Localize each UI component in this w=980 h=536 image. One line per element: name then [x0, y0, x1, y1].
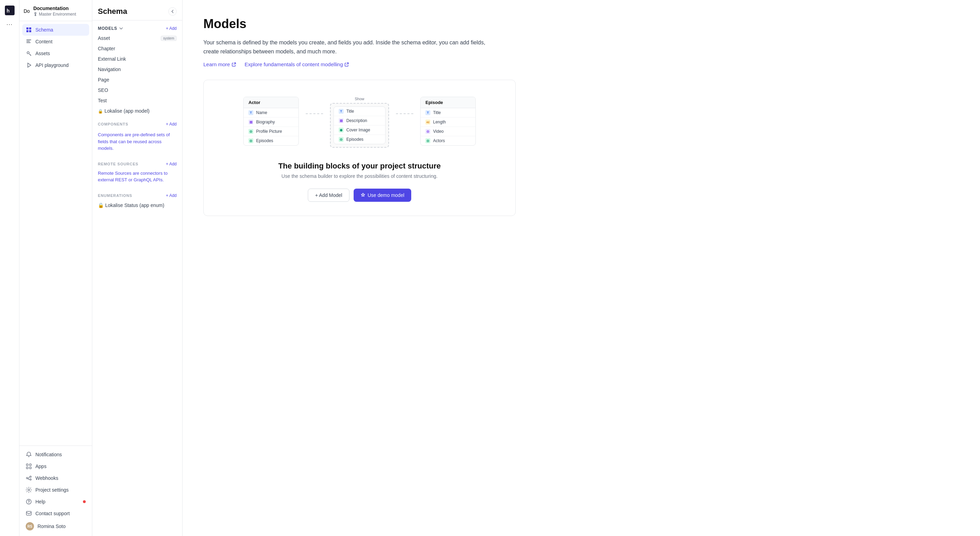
show-model-card: T Title ▤ Description ◉ Cover Image ◎ [334, 106, 385, 144]
explore-link[interactable]: Explore fundamentals of content modellin… [245, 61, 350, 67]
field-label: Actors [433, 138, 445, 143]
sidebar-item-assets[interactable]: Assets [22, 48, 89, 59]
sidebar-item-help[interactable]: Help [22, 496, 89, 507]
add-component-button[interactable]: + Add [166, 122, 177, 127]
episode-model-card: Episode T Title 42 Length ◎ Video ◎ Acto… [420, 97, 476, 146]
rel-field-icon: ◎ [339, 137, 344, 142]
show-field-episodes: ◎ Episodes [334, 135, 385, 144]
help-badge [83, 500, 86, 503]
connector-right [396, 97, 413, 114]
actor-model-header: Actor [243, 97, 298, 108]
rich-field-icon: ◎ [425, 129, 430, 134]
external-link-icon [344, 62, 349, 67]
sidebar-item-label: Content [35, 39, 52, 44]
more-options-dots[interactable]: ··· [6, 21, 13, 28]
show-field-title: T Title [334, 107, 385, 116]
connector-line [306, 113, 323, 114]
model-name: External Link [98, 56, 126, 62]
explore-label: Explore fundamentals of content modellin… [245, 61, 343, 67]
sidebar-item-label: Schema [35, 27, 53, 33]
environment-row: Master Environment [33, 12, 76, 17]
link-row: Learn more Explore fundamentals of conte… [204, 61, 959, 67]
components-desc-text: Components are pre-defined sets of field… [98, 132, 177, 152]
sidebar-item-webhooks[interactable]: Webhooks [22, 472, 89, 484]
contact-icon [26, 511, 32, 517]
episode-field-video: ◎ Video [421, 127, 476, 136]
sidebar-item-apps[interactable]: Apps [22, 460, 89, 472]
sidebar-item-label: Contact support [35, 511, 70, 516]
show-field-cover-image: ◉ Cover Image [334, 125, 385, 135]
model-navigation[interactable]: Navigation [92, 64, 182, 75]
model-seo[interactable]: SEO [92, 85, 182, 95]
connector-left [306, 97, 323, 114]
enumerations-label: ENUMERATIONS [98, 193, 132, 198]
num-field-icon: 42 [425, 120, 430, 124]
schema-title: Schema [98, 7, 127, 16]
field-label: Title [346, 109, 354, 114]
svg-point-8 [27, 52, 29, 54]
model-test[interactable]: Test [92, 95, 182, 106]
project-badge: Do [24, 8, 30, 14]
sidebar-item-label: Help [35, 499, 45, 504]
project-info: Do Documentation Master Environment [19, 0, 92, 21]
image-field-icon: ◉ [339, 128, 344, 132]
demo-actions: + Add Model Use demo model [220, 189, 499, 202]
actor-field-profile-picture: ◎ Profile Picture [243, 127, 298, 136]
collapse-sidebar-button[interactable] [168, 7, 177, 16]
svg-rect-11 [30, 464, 31, 466]
sidebar-item-content[interactable]: Content [22, 36, 89, 48]
episode-field-length: 42 Length [421, 117, 476, 127]
model-external-link[interactable]: External Link [92, 54, 182, 64]
rel-field-icon: ◎ [248, 138, 253, 143]
show-model-wrapper: Show T Title ▤ Description ◉ Co [330, 97, 389, 148]
models-dropdown[interactable]: MODELS [98, 26, 124, 31]
sidebar-item-api[interactable]: API playground [22, 59, 89, 71]
model-name: Chapter [98, 46, 115, 51]
add-model-button[interactable]: + Add Model [308, 189, 350, 202]
sidebar-item-label: Webhooks [35, 475, 58, 481]
bell-icon [26, 451, 32, 458]
model-asset[interactable]: Asset system [92, 33, 182, 43]
model-lokalise[interactable]: 🔒Lokalise (app model) [92, 106, 182, 116]
schema-header: Schema [92, 0, 182, 21]
add-remote-source-button[interactable]: + Add [166, 162, 177, 167]
enum-lokalise-status[interactable]: 🔒 Lokalise Status (app enum) [92, 200, 182, 211]
sidebar-item-label: Project settings [35, 487, 69, 493]
actor-field-biography: ▤ Biography [243, 117, 298, 127]
model-page[interactable]: Page [92, 75, 182, 85]
field-label: Episodes [256, 138, 273, 143]
svg-marker-9 [28, 63, 31, 67]
branch-icon [33, 12, 38, 16]
app-logo[interactable]: h [5, 6, 14, 15]
use-demo-model-button[interactable]: Use demo model [354, 189, 411, 202]
field-label: Description [346, 118, 367, 123]
magic-icon [361, 193, 366, 198]
sidebar-item-schema[interactable]: Schema [22, 24, 89, 36]
learn-more-link[interactable]: Learn more [204, 61, 236, 67]
sidebar-item-user[interactable]: RS Romina Soto [22, 519, 89, 533]
sidebar-item-notifications[interactable]: Notifications [22, 449, 89, 460]
svg-text:h: h [6, 8, 10, 14]
model-chapter[interactable]: Chapter [92, 43, 182, 54]
icon-rail: h ··· [0, 0, 19, 536]
episode-model-header: Episode [421, 97, 476, 108]
sidebar-item-project-settings[interactable]: Project settings [22, 484, 89, 496]
connector-line [396, 113, 413, 114]
add-model-button[interactable]: + Add [166, 26, 177, 31]
sidebar-item-contact-support[interactable]: Contact support [22, 507, 89, 519]
text-field-icon: T [248, 110, 253, 115]
help-icon [26, 499, 32, 505]
episode-field-title: T Title [421, 108, 476, 117]
add-enumeration-button[interactable]: + Add [166, 193, 177, 198]
field-label: Video [433, 129, 444, 134]
demo-caption: The building blocks of your project stru… [220, 162, 499, 179]
components-label: COMPONENTS [98, 122, 129, 126]
sidebar-item-label: Notifications [35, 452, 62, 457]
field-label: Name [256, 110, 267, 115]
model-name: Navigation [98, 67, 121, 72]
schema-diagram: Actor T Name ▤ Biography ◎ Profile Pictu… [220, 97, 499, 148]
model-name: SEO [98, 87, 108, 93]
svg-rect-10 [26, 464, 28, 466]
sidebar-item-label: API playground [35, 62, 69, 68]
page-description: Your schema is defined by the models you… [204, 38, 502, 56]
